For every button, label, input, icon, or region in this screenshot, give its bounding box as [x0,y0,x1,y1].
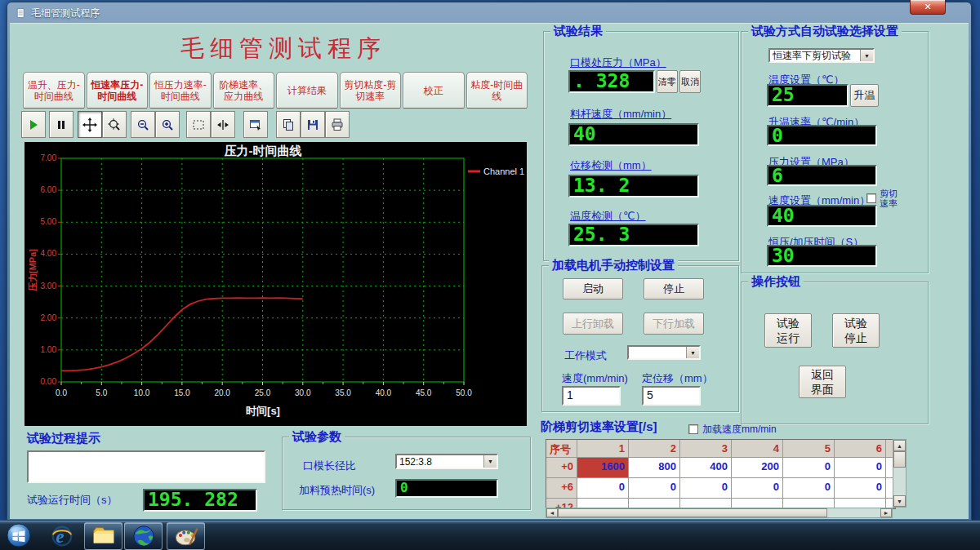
start-button[interactable] [4,522,35,550]
tab-item[interactable]: 计算结果 [276,72,338,109]
save-icon [305,118,320,132]
results-panel-title: 试验结果 [550,24,606,39]
pan-button[interactable] [78,111,102,138]
svg-text:15.0: 15.0 [174,388,190,397]
taskbar-ie-button[interactable]: e [46,522,78,550]
displacement-input[interactable]: 5 [642,386,701,406]
runtime-label: 试验运行时间（s） [27,493,118,508]
close-button[interactable]: ✕ [910,0,946,15]
chevron-down-icon[interactable]: ▼ [860,50,873,61]
die-ratio-dropdown[interactable]: 152:3.8 ▼ [395,454,498,469]
scroll-right-icon[interactable]: ► [880,508,892,517]
properties-button[interactable] [243,111,268,138]
table-cell[interactable]: 800 [629,458,680,478]
zoom-out-icon [136,118,150,132]
table-cell[interactable]: 0 [783,478,835,499]
tab-active[interactable]: 恒速率压力-时间曲线 [87,72,149,109]
load-speed-checkbox[interactable] [688,424,698,434]
test-mode-dropdown[interactable]: 恒速率下剪切试验 ▼ [768,48,875,63]
auto-test-panel-title: 试验方式自动试验选择设置 [748,24,902,39]
table-cell[interactable]: 0 [835,478,886,499]
zoom-window-icon [107,118,122,132]
fit-axes-button[interactable] [211,111,235,138]
table-col-header[interactable]: 5 [783,440,835,458]
table-cell[interactable]: 1600 [577,458,629,478]
horizontal-scroll-thumb[interactable] [558,508,827,517]
play-button[interactable] [21,111,46,138]
svg-text:时间[s]: 时间[s] [246,405,280,417]
scroll-down-icon[interactable]: ▼ [893,495,906,507]
select-rect-button[interactable] [186,111,211,138]
scroll-up-icon[interactable]: ▲ [893,440,906,451]
table-cell[interactable]: 0 [783,458,835,478]
svg-text:7.00: 7.00 [41,153,57,162]
tab-item[interactable]: 阶梯速率、应力曲线 [213,72,275,109]
step-rate-table[interactable]: 序号123456+0160080040020000+6000000+12 [546,439,896,509]
heat-up-button[interactable]: 升温 [850,84,879,107]
motor-start-button[interactable]: 启动 [563,278,623,299]
motor-up-unload-button[interactable]: 上行卸载 [563,313,623,335]
test-stop-button[interactable]: 试验停止 [832,313,880,348]
chart-toolbar [21,111,350,138]
svg-text:0.00: 0.00 [41,377,57,386]
manual-speed-input[interactable]: 1 [562,386,621,406]
chevron-down-icon[interactable]: ▼ [483,455,497,468]
taskbar-explorer-button[interactable] [84,522,122,550]
table-col-header[interactable]: 4 [732,440,783,458]
motor-stop-button[interactable]: 停止 [644,278,704,299]
print-button[interactable] [325,111,350,138]
taskbar-paint-button[interactable] [167,522,205,550]
table-row-header[interactable]: +6 [546,478,577,499]
auto-value-display: 40 [767,205,877,227]
table-col-header[interactable]: 6 [835,440,886,458]
pan-icon [82,118,97,132]
tab-item[interactable]: 温升、压力-时间曲线 [23,72,85,109]
result-field-label: 口模处压力（MPa） [570,55,666,70]
table-cell[interactable]: 0 [732,478,783,499]
tab-item[interactable]: 剪切粘度-剪切速率 [340,72,402,109]
pause-button[interactable] [49,111,74,138]
copy-button[interactable] [276,111,301,138]
table-vertical-scrollbar[interactable]: ▲ ▼ [893,439,906,508]
tab-item[interactable]: 粘度-时间曲线 [466,72,528,109]
motor-down-load-button[interactable]: 下行加载 [644,313,704,335]
result-field-label: 位移检测（mm） [570,158,652,173]
table-cell[interactable]: 0 [577,478,629,499]
table-cell[interactable]: 200 [732,458,783,478]
shear-rate-checkbox-label: 剪切速率 [880,189,901,208]
table-cell[interactable]: 0 [835,458,886,478]
test-run-button[interactable]: 试验运行 [764,313,812,348]
result-value-display: 40 [568,123,699,146]
tab-item[interactable]: 恒压力速率-时间曲线 [149,72,212,109]
table-cell[interactable]: 0 [680,478,732,499]
hint-textbox[interactable] [27,450,265,483]
zoom-in-button[interactable] [155,111,180,138]
table-corner-header[interactable]: 序号 [546,440,577,458]
title-bar: 毛细管测试程序 [7,2,971,24]
shear-rate-checkbox[interactable] [866,193,876,203]
tab-item[interactable]: 校正 [403,72,465,109]
table-cell[interactable]: 0 [629,478,680,499]
cancel-button[interactable]: 取消 [679,70,701,93]
table-col-header[interactable]: 2 [629,440,680,458]
vertical-scroll-thumb[interactable] [893,451,906,468]
result-field-label: 料杆速度（mm/min） [570,107,671,122]
return-ui-button[interactable]: 返回界面 [799,366,846,398]
pressure-time-chart[interactable]: 0.05.010.015.020.025.030.035.040.045.050… [24,142,527,426]
chevron-down-icon[interactable]: ▼ [686,347,699,358]
scroll-left-icon[interactable]: ◄ [546,508,558,517]
table-col-header[interactable]: 1 [577,440,629,458]
save-button[interactable] [301,111,325,138]
taskbar-globe-button[interactable] [124,522,163,550]
table-col-header[interactable]: 3 [680,440,732,458]
zoom-window-button[interactable] [102,111,127,138]
ie-icon: e [50,524,74,548]
table-cell[interactable]: 400 [680,458,732,478]
table-horizontal-scrollbar[interactable]: ◄ ► [546,508,893,518]
step-table-title: 阶梯剪切速率设置[/s] [541,419,657,435]
zoom-out-button[interactable] [131,111,155,138]
work-mode-dropdown[interactable]: ▼ [627,345,701,360]
globe-icon [131,524,156,548]
table-row-header[interactable]: +0 [546,458,577,478]
zero-button[interactable]: 清零 [657,70,678,93]
